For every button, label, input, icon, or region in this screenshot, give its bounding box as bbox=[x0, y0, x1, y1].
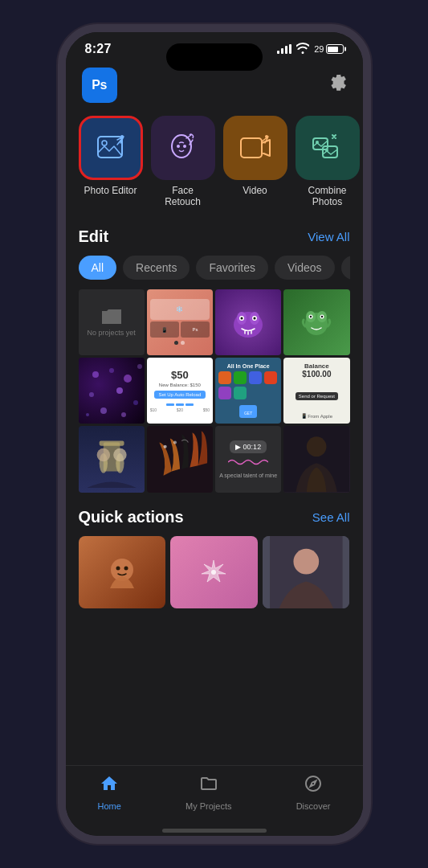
svg-point-34 bbox=[89, 392, 94, 397]
svg-point-1 bbox=[102, 141, 107, 145]
svg-point-56 bbox=[293, 548, 319, 574]
filter-tab-all[interactable]: All bbox=[79, 256, 117, 280]
projects-label: My Projects bbox=[185, 801, 231, 811]
svg-point-31 bbox=[92, 371, 99, 378]
tool-photo-editor[interactable]: Photo Editor bbox=[79, 116, 143, 208]
photo-grid-row2: $50 New Balance: $150 Set Up Auto Reload… bbox=[79, 358, 350, 424]
photo-cell-dark-dots[interactable] bbox=[79, 358, 145, 424]
filter-tab-videos[interactable]: Videos bbox=[275, 256, 335, 280]
see-all-button[interactable]: See All bbox=[312, 510, 350, 524]
photo-cell-monster-purple[interactable] bbox=[215, 289, 281, 355]
photo-cell-monster-green[interactable] bbox=[283, 289, 349, 355]
quick-cell-face[interactable] bbox=[79, 536, 166, 609]
nav-home[interactable]: Home bbox=[98, 774, 121, 811]
quick-actions-grid bbox=[79, 536, 350, 609]
battery-level: 29 bbox=[314, 44, 324, 54]
svg-rect-6 bbox=[241, 138, 262, 158]
discover-icon bbox=[304, 774, 323, 798]
svg-point-23 bbox=[254, 317, 256, 319]
filter-tabs: All Recents Favorites Videos Selfies bbox=[79, 256, 350, 280]
home-label: Home bbox=[98, 801, 121, 811]
photo-cell-throne[interactable] bbox=[79, 426, 145, 492]
view-all-button[interactable]: View All bbox=[308, 230, 349, 244]
svg-point-32 bbox=[109, 368, 114, 373]
filter-tab-selfies[interactable]: Selfies bbox=[341, 256, 350, 280]
svg-point-7 bbox=[265, 135, 268, 138]
tool-combine-photos[interactable]: CombinePhotos bbox=[296, 116, 360, 208]
home-icon bbox=[100, 774, 119, 798]
svg-point-33 bbox=[124, 375, 132, 383]
battery-fill bbox=[328, 47, 338, 52]
status-icons: 29 bbox=[277, 43, 343, 56]
svg-point-52 bbox=[116, 566, 120, 570]
svg-point-50 bbox=[307, 437, 327, 457]
battery-rect bbox=[326, 44, 344, 54]
face-retouch-label: FaceRetouch bbox=[165, 185, 201, 208]
svg-point-38 bbox=[121, 412, 126, 417]
photo-grid-row3: ▶ 00:12 A special talent of mine bbox=[79, 426, 350, 492]
svg-point-53 bbox=[124, 566, 128, 570]
quick-cell-portrait[interactable] bbox=[263, 536, 350, 609]
quick-actions-title: Quick actions bbox=[79, 508, 184, 526]
svg-point-45 bbox=[96, 448, 109, 461]
signal-icon bbox=[277, 44, 291, 54]
home-indicator bbox=[162, 829, 267, 833]
svg-point-35 bbox=[116, 387, 123, 394]
svg-point-40 bbox=[137, 364, 142, 369]
photo-cell-empty[interactable]: No projects yet bbox=[79, 289, 145, 355]
photo-cell-cash-50[interactable]: $50 New Balance: $150 Set Up Auto Reload… bbox=[147, 358, 213, 424]
photo-cell-nails[interactable] bbox=[147, 426, 213, 492]
combine-photos-icon-wrap bbox=[296, 116, 360, 180]
tool-video[interactable]: Video bbox=[223, 116, 287, 208]
photo-editor-icon-wrap bbox=[79, 116, 143, 180]
svg-point-2 bbox=[120, 135, 124, 138]
video-label: Video bbox=[243, 185, 267, 196]
svg-point-3 bbox=[172, 135, 191, 158]
filter-tab-favorites[interactable]: Favorites bbox=[196, 256, 268, 280]
svg-point-36 bbox=[133, 400, 138, 405]
settings-button[interactable] bbox=[326, 72, 347, 98]
svg-point-46 bbox=[113, 448, 126, 461]
svg-rect-42 bbox=[99, 441, 124, 446]
svg-point-29 bbox=[310, 316, 312, 317]
edit-section-header: Edit View All bbox=[79, 227, 350, 246]
discover-label: Discover bbox=[296, 801, 331, 811]
tools-row: Photo Editor bbox=[79, 116, 350, 211]
quick-actions-header: Quick actions See All bbox=[79, 508, 350, 526]
nav-discover[interactable]: Discover bbox=[296, 774, 331, 811]
svg-point-22 bbox=[241, 317, 243, 319]
tools-section: Photo Editor bbox=[66, 111, 363, 221]
projects-icon bbox=[199, 774, 218, 798]
svg-point-5 bbox=[183, 145, 186, 148]
photo-cell-dark-person[interactable] bbox=[283, 426, 349, 492]
tool-face-retouch[interactable]: FaceRetouch bbox=[151, 116, 215, 208]
battery-icon: 29 bbox=[314, 44, 343, 54]
photo-grid-row1: No projects yet ❄️ 📱 bbox=[79, 289, 350, 355]
quick-actions-section: Quick actions See All bbox=[66, 503, 363, 617]
nav-projects[interactable]: My Projects bbox=[185, 774, 231, 811]
svg-point-39 bbox=[86, 413, 89, 416]
svg-point-30 bbox=[321, 316, 323, 317]
photo-cell-allinone[interactable]: All In One Place GET bbox=[215, 358, 281, 424]
face-retouch-icon-wrap bbox=[151, 116, 215, 180]
bottom-nav: Home My Projects Discover bbox=[66, 765, 363, 827]
ps-logo[interactable]: Ps bbox=[82, 68, 117, 103]
edit-section-title: Edit bbox=[79, 227, 109, 246]
edit-section: Edit View All All Recents Favorites Vide… bbox=[66, 221, 363, 503]
svg-point-54 bbox=[211, 570, 216, 575]
status-time: 8:27 bbox=[85, 42, 112, 56]
dynamic-island bbox=[166, 43, 263, 71]
svg-point-37 bbox=[100, 407, 107, 414]
filter-tab-recents[interactable]: Recents bbox=[123, 256, 190, 280]
phone-screen: 8:27 29 bbox=[66, 32, 363, 836]
photo-cell-audio[interactable]: ▶ 00:12 A special talent of mine bbox=[215, 426, 281, 492]
svg-point-48 bbox=[173, 441, 177, 444]
photo-cell-balance2[interactable]: Balance $100.00 Send or Request 📱 From A… bbox=[283, 358, 349, 424]
combine-photos-label: CombinePhotos bbox=[308, 185, 346, 208]
phone-frame: 8:27 29 bbox=[58, 24, 371, 844]
photo-editor-label: Photo Editor bbox=[84, 185, 137, 196]
photo-cell-pink[interactable]: ❄️ 📱 Ps bbox=[147, 289, 213, 355]
wifi-icon bbox=[296, 43, 309, 56]
quick-cell-pink[interactable] bbox=[170, 536, 258, 609]
svg-point-47 bbox=[163, 445, 166, 448]
